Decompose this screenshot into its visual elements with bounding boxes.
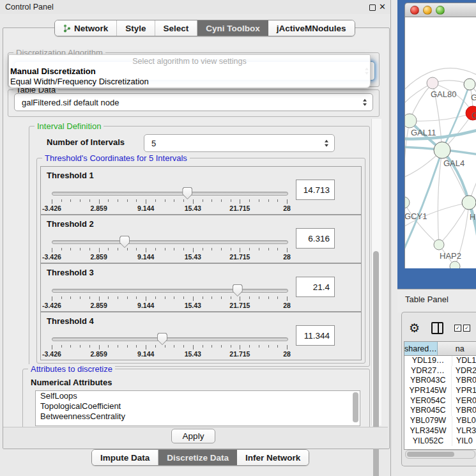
- window-close-button[interactable]: [410, 6, 419, 15]
- slider-tick: [240, 199, 240, 204]
- algorithm-dropdown-popup: Select algorithm to view settings Manual…: [8, 54, 371, 88]
- network-node[interactable]: [405, 114, 417, 128]
- cell-shared-name[interactable]: YER054C: [404, 396, 452, 406]
- cell-name[interactable]: YBR0: [452, 406, 476, 416]
- cell-shared-name[interactable]: YBR045C: [404, 406, 452, 416]
- cell-shared-name[interactable]: YLR345W: [404, 426, 452, 436]
- network-node[interactable]: [405, 197, 410, 208]
- tab-label: Impute Data: [100, 453, 150, 463]
- slider-tick: [155, 345, 156, 348]
- table-row[interactable]: YBR043CYBR0: [404, 376, 476, 386]
- slider-track[interactable]: [52, 192, 288, 196]
- slider-tick: [155, 248, 156, 250]
- table-row[interactable]: YIL052CYIL0: [404, 436, 476, 447]
- cell-name[interactable]: YDL1: [452, 356, 476, 366]
- tab-jactivemnodules[interactable]: jActiveMNodules: [268, 20, 355, 36]
- cell-shared-name[interactable]: YBL079W: [404, 416, 452, 426]
- network-node-label: C: [472, 111, 476, 120]
- table-hscrollbar-thumb[interactable]: [407, 452, 454, 457]
- split-columns-icon[interactable]: [431, 322, 443, 334]
- threshold-value-field[interactable]: 21.4: [296, 277, 335, 297]
- panel-divider[interactable]: [390, 0, 391, 476]
- cell-name[interactable]: YDR2: [452, 366, 476, 376]
- attributes-list[interactable]: SelfLoopsTopologicalCoefficientBetweenne…: [35, 390, 360, 426]
- table-row[interactable]: YBL079WYBL0: [404, 416, 476, 426]
- slider-tick: [183, 248, 184, 250]
- attribute-list-item[interactable]: BetweennessCentrality: [36, 411, 360, 422]
- table-row[interactable]: YPR145WYPR1: [404, 386, 476, 396]
- cell-shared-name[interactable]: YDR27…: [404, 366, 452, 376]
- gear-icon[interactable]: ⚙: [409, 321, 420, 335]
- num-intervals-combobox[interactable]: 5: [144, 134, 335, 152]
- slider-tick: [240, 248, 240, 252]
- checkbox-icon[interactable]: ✓: [454, 325, 461, 332]
- close-icon[interactable]: ✕: [379, 2, 386, 12]
- network-view-canvas[interactable]: GAL80GACGAL11GAL4GCY1HHAP2: [404, 17, 476, 268]
- slider-tick: [165, 345, 165, 348]
- apply-button[interactable]: Apply: [171, 429, 215, 443]
- attribute-list-item[interactable]: TopologicalCoefficient: [36, 401, 360, 411]
- cell-shared-name[interactable]: YDL19…: [404, 356, 452, 366]
- slider-tick: [80, 248, 81, 250]
- slider-tick: [80, 199, 81, 202]
- attributes-list-scrollbar[interactable]: [353, 392, 358, 422]
- tab-style[interactable]: Style: [116, 20, 154, 36]
- cell-name[interactable]: YPR1: [452, 386, 476, 396]
- tab-infer-network[interactable]: Infer Network: [237, 450, 309, 465]
- slider-track[interactable]: [52, 289, 288, 293]
- network-window-titlebar[interactable]: [404, 3, 476, 17]
- checkbox-icon[interactable]: ✓: [463, 325, 470, 332]
- network-node[interactable]: [427, 77, 438, 89]
- vertical-scrollbar-track[interactable]: [371, 119, 381, 426]
- slider-tick: [165, 296, 165, 299]
- slider-thumb[interactable]: [157, 333, 167, 345]
- cell-shared-name[interactable]: YBR043C: [404, 376, 452, 386]
- slider-thumb[interactable]: [182, 187, 192, 199]
- threshold-value-field[interactable]: 6.316: [296, 228, 335, 249]
- tab-discretize-data[interactable]: Discretize Data: [158, 450, 237, 465]
- network-node[interactable]: [462, 196, 476, 210]
- popup-item-equal-width[interactable]: Equal Width/Frequency Discretization: [9, 76, 370, 86]
- table-row[interactable]: YDL19…YDL1: [404, 356, 476, 366]
- tab-cyni-toolbox[interactable]: Cyni Toolbox: [197, 20, 268, 36]
- threshold-value-field[interactable]: 11.344: [296, 325, 335, 346]
- slider-thumb[interactable]: [119, 236, 130, 248]
- slider-tick: [268, 199, 269, 202]
- table-row[interactable]: YER054CYER0: [404, 396, 476, 406]
- float-icon[interactable]: [369, 4, 376, 11]
- column-header-shared-name[interactable]: shared…: [404, 342, 438, 356]
- cell-name[interactable]: YBL0: [452, 416, 476, 426]
- table-row[interactable]: YBR045CYBR0: [404, 406, 476, 416]
- tab-select[interactable]: Select: [155, 20, 197, 36]
- cell-name[interactable]: YIL0: [452, 436, 473, 447]
- attribute-list-item[interactable]: SelfLoops: [36, 391, 360, 401]
- slider-thumb[interactable]: [233, 284, 243, 296]
- threshold-value-field[interactable]: 14.713: [296, 180, 335, 200]
- window-minimize-button[interactable]: [423, 6, 432, 15]
- cell-name[interactable]: YER0: [452, 396, 476, 406]
- network-graph[interactable]: GAL80GACGAL11GAL4GCY1HHAP2: [405, 17, 476, 268]
- cell-name[interactable]: YBR0: [452, 376, 476, 386]
- cell-shared-name[interactable]: YIL052C: [404, 436, 452, 447]
- table-row[interactable]: YLR345WYLR3: [404, 426, 476, 436]
- tab-network[interactable]: Network: [55, 20, 116, 36]
- network-node[interactable]: [450, 261, 460, 268]
- column-header-name[interactable]: na: [438, 342, 476, 356]
- network-node[interactable]: [464, 79, 475, 90]
- tab-impute-data[interactable]: Impute Data: [92, 450, 158, 465]
- network-node[interactable]: [434, 240, 444, 250]
- slider-track[interactable]: [52, 337, 288, 341]
- popup-item-manual[interactable]: Manual Discretization: [9, 66, 370, 76]
- table-row[interactable]: YDR27…YDR2: [404, 366, 476, 376]
- cell-shared-name[interactable]: YPR145W: [404, 386, 452, 396]
- cell-name[interactable]: YLR3: [452, 426, 476, 436]
- slider-tick: [183, 296, 184, 299]
- slider-tick-label: 15.43: [174, 253, 212, 261]
- network-node[interactable]: [434, 142, 450, 158]
- table-hscrollbar-track[interactable]: [405, 450, 475, 459]
- table-data-combobox[interactable]: galFiltered.sif default node: [14, 93, 373, 111]
- slider-tick: [127, 296, 128, 299]
- window-zoom-button[interactable]: [436, 6, 445, 15]
- slider-tick: [127, 248, 128, 250]
- slider-track[interactable]: [52, 240, 288, 244]
